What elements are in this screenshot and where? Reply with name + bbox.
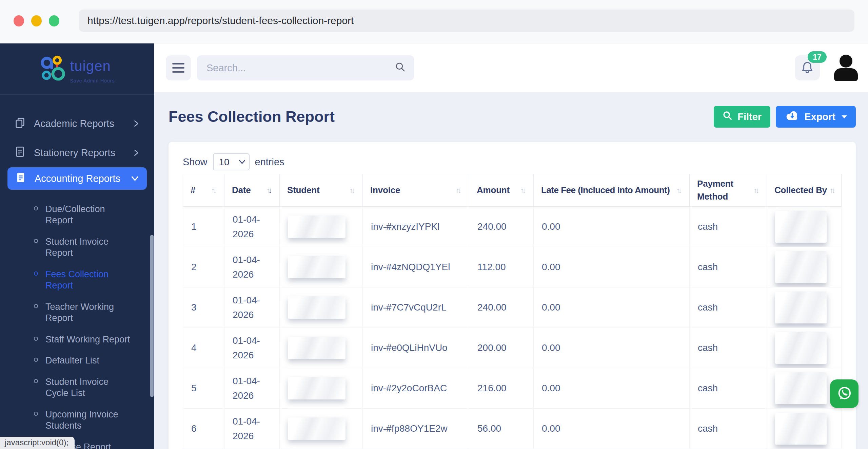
row-invoice: inv-#e0QLiHnVUo bbox=[363, 328, 469, 368]
window-close-button[interactable] bbox=[14, 15, 24, 26]
sidebar-item-label: Stationery Reports bbox=[34, 147, 115, 158]
entries-label: entries bbox=[255, 156, 284, 168]
row-late-fee: 0.00 bbox=[534, 207, 690, 247]
table-row: 2 01-04-2026 inv-#4zNQDQ1YEl 112.00 0.00… bbox=[183, 247, 842, 287]
row-invoice: inv-#7C7vCqU2rL bbox=[363, 287, 469, 328]
search-icon[interactable] bbox=[395, 62, 406, 74]
row-number: 2 bbox=[183, 247, 224, 287]
row-late-fee: 0.00 bbox=[534, 368, 690, 409]
column-header-label: # bbox=[191, 185, 195, 195]
row-number: 5 bbox=[183, 368, 224, 409]
submenu-item[interactable]: Fees Collection Report bbox=[0, 264, 154, 296]
row-date: 01-04-2026 bbox=[233, 333, 267, 363]
address-bar[interactable]: https://test.tuigen.app/reports/student-… bbox=[79, 10, 854, 32]
bullet-circle-icon bbox=[34, 239, 38, 243]
search-input[interactable] bbox=[206, 62, 395, 74]
sort-arrows-icon: ↑↓ bbox=[456, 186, 461, 195]
window-maximize-button[interactable] bbox=[49, 15, 59, 26]
column-header[interactable]: Amount ↑↓ bbox=[469, 174, 534, 207]
collected-by-redacted bbox=[775, 332, 827, 364]
column-header[interactable]: # ↑↓ bbox=[183, 174, 224, 207]
browser-chrome: https://test.tuigen.app/reports/student-… bbox=[0, 0, 868, 43]
collected-by-redacted bbox=[775, 372, 827, 404]
column-header[interactable]: Payment Method ↑↓ bbox=[690, 174, 767, 207]
student-name-redacted bbox=[288, 216, 346, 238]
submenu-item[interactable]: Upcoming Invoice Students bbox=[0, 404, 154, 436]
sort-arrows-icon: ↑↓ bbox=[830, 186, 835, 195]
sidebar-item-stationery-reports[interactable]: Stationery Reports bbox=[0, 138, 154, 167]
app-logo[interactable]: tuigen Save Admin Hours bbox=[0, 43, 154, 95]
column-header[interactable]: Late Fee (Incluced Into Amount) ↑↓ bbox=[534, 174, 690, 207]
chevron-right-icon bbox=[133, 120, 139, 127]
submenu-item[interactable]: Staff Working Report bbox=[0, 329, 154, 350]
row-number: 1 bbox=[183, 207, 224, 247]
whatsapp-button[interactable] bbox=[830, 379, 859, 408]
export-button-label: Export bbox=[804, 111, 835, 123]
collected-by-redacted bbox=[775, 211, 827, 243]
sidebar-item-accounting-reports[interactable]: Accounting Reports bbox=[7, 167, 147, 190]
report-card: Show 10 entries # bbox=[169, 142, 856, 449]
column-header[interactable]: Collected By ↑↓ bbox=[767, 174, 842, 207]
column-header-label: Invoice bbox=[370, 185, 400, 195]
whatsapp-icon bbox=[835, 385, 853, 403]
column-header-label: Payment Method bbox=[697, 177, 745, 203]
row-payment-method: cash bbox=[690, 409, 767, 449]
submenu-item[interactable]: Due/Collection Report bbox=[0, 199, 154, 231]
submenu-item-label: Student Invoice Cycle List bbox=[45, 376, 131, 399]
row-payment-method: cash bbox=[690, 287, 767, 328]
row-payment-method: cash bbox=[690, 247, 767, 287]
show-label: Show bbox=[183, 156, 208, 168]
chevron-right-icon bbox=[133, 149, 139, 156]
row-invoice: inv-#2y2oCorBAC bbox=[363, 368, 469, 409]
column-header-label: Student bbox=[287, 185, 319, 195]
document-icon bbox=[14, 146, 26, 160]
search-icon bbox=[723, 111, 733, 123]
submenu-item[interactable]: Student Invoice Cycle List bbox=[0, 371, 154, 404]
file-text-icon bbox=[15, 172, 26, 186]
collected-by-redacted bbox=[775, 413, 827, 445]
column-header[interactable]: Student ↑↓ bbox=[280, 174, 363, 207]
submenu-item[interactable]: Student Invoice Report bbox=[0, 231, 154, 264]
column-header-label: Amount bbox=[477, 185, 510, 195]
bullet-circle-icon bbox=[34, 206, 38, 210]
submenu-item[interactable]: Defaulter List bbox=[0, 350, 154, 371]
student-name-redacted bbox=[288, 296, 346, 319]
sidebar: tuigen Save Admin Hours Academic Reports bbox=[0, 43, 154, 449]
user-avatar[interactable] bbox=[833, 55, 859, 81]
filter-button-label: Filter bbox=[737, 111, 762, 123]
row-date: 01-04-2026 bbox=[233, 414, 267, 444]
submenu-item-label: Student Invoice Report bbox=[45, 236, 131, 259]
collected-by-redacted bbox=[775, 251, 827, 283]
sidebar-menu: Academic Reports Stationery Reports bbox=[0, 109, 154, 190]
column-header[interactable]: Date ↑↓ bbox=[224, 174, 280, 207]
filter-button[interactable]: Filter bbox=[714, 106, 770, 128]
column-header-label: Date bbox=[232, 185, 251, 195]
row-amount: 112.00 bbox=[469, 247, 534, 287]
sort-arrows-icon: ↑↓ bbox=[266, 186, 272, 195]
table-row: 4 01-04-2026 inv-#e0QLiHnVUo 200.00 0.00… bbox=[183, 328, 842, 368]
window-minimize-button[interactable] bbox=[31, 15, 42, 26]
page-size-select[interactable]: 10 bbox=[213, 153, 250, 170]
bullet-circle-icon bbox=[34, 337, 38, 341]
search-box bbox=[197, 55, 414, 80]
row-invoice: inv-#xnzyzIYPKl bbox=[363, 207, 469, 247]
link-status-tooltip: javascript:void(0); bbox=[0, 437, 75, 449]
sort-arrows-icon: ↑↓ bbox=[520, 186, 526, 195]
column-header[interactable]: Invoice ↑↓ bbox=[363, 174, 469, 207]
row-date: 01-04-2026 bbox=[233, 212, 267, 242]
table-row: 6 01-04-2026 inv-#fp88OY1E2w 56.00 0.00 … bbox=[183, 409, 842, 449]
export-button[interactable]: Export bbox=[776, 106, 856, 128]
sidebar-item-label: Accounting Reports bbox=[35, 173, 120, 184]
submenu-item[interactable]: Teacher Working Report bbox=[0, 296, 154, 329]
sidebar-scrollbar[interactable] bbox=[150, 235, 154, 397]
logo-tagline: Save Admin Hours bbox=[70, 78, 115, 83]
row-amount: 240.00 bbox=[469, 207, 534, 247]
address-bar-url: https://test.tuigen.app/reports/student-… bbox=[87, 15, 354, 26]
submenu-item-label: Due/Collection Report bbox=[45, 204, 131, 226]
notifications-button[interactable]: 17 bbox=[795, 55, 820, 80]
bullet-circle-icon bbox=[34, 358, 38, 362]
top-navbar: 17 bbox=[154, 43, 868, 92]
menu-toggle-button[interactable] bbox=[166, 55, 191, 80]
sidebar-item-academic-reports[interactable]: Academic Reports bbox=[0, 109, 154, 138]
table-row: 5 01-04-2026 inv-#2y2oCorBAC 216.00 0.00… bbox=[183, 368, 842, 409]
